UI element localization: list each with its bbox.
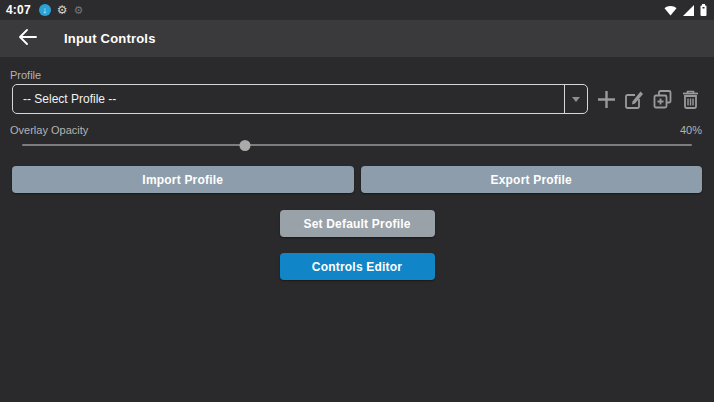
chevron-down-icon	[572, 97, 580, 102]
trash-icon	[682, 90, 699, 109]
edit-pencil-icon	[625, 90, 644, 109]
copy-plus-icon	[653, 90, 672, 109]
set-default-row: Set Default Profile	[12, 210, 702, 237]
export-profile-button[interactable]: Export Profile	[361, 166, 703, 193]
add-profile-button[interactable]	[595, 88, 618, 111]
profile-select[interactable]: -- Select Profile --	[12, 84, 588, 114]
profile-actions	[595, 88, 702, 111]
overlay-opacity-label: Overlay Opacity	[10, 124, 88, 136]
screen: 4:07 ↓ ⚙ ⚙ Input Controls Profile -- Sel…	[0, 0, 714, 402]
profile-row: -- Select Profile --	[12, 84, 702, 114]
back-button[interactable]	[16, 27, 40, 51]
dropdown-arrow-button[interactable]	[564, 85, 587, 113]
battery-icon	[700, 4, 707, 17]
content: Profile -- Select Profile --	[0, 57, 714, 280]
controls-editor-row: Controls Editor	[12, 253, 702, 280]
opacity-row: Overlay Opacity 40%	[10, 124, 702, 136]
gear-icon: ⚙	[57, 4, 68, 17]
delete-profile-button[interactable]	[679, 88, 702, 111]
app-notification-icon: ⚙	[74, 4, 84, 17]
profile-select-value: -- Select Profile --	[13, 85, 564, 113]
overlay-opacity-value: 40%	[680, 124, 702, 136]
set-default-profile-button[interactable]: Set Default Profile	[280, 210, 435, 237]
overlay-opacity-slider[interactable]	[22, 138, 692, 152]
wifi-icon	[664, 4, 677, 17]
controls-editor-button[interactable]: Controls Editor	[280, 253, 435, 280]
import-export-row: Import Profile Export Profile	[12, 166, 702, 193]
plus-icon	[597, 90, 616, 109]
duplicate-profile-button[interactable]	[651, 88, 674, 111]
edit-profile-button[interactable]	[623, 88, 646, 111]
page-title: Input Controls	[64, 31, 156, 46]
app-bar: Input Controls	[0, 20, 714, 57]
cellular-signal-icon	[683, 4, 694, 17]
status-bar: 4:07 ↓ ⚙ ⚙	[0, 0, 714, 20]
arrow-left-icon	[19, 29, 37, 49]
slider-thumb[interactable]	[240, 140, 251, 151]
profile-label: Profile	[10, 69, 702, 81]
slider-track[interactable]	[22, 144, 692, 146]
download-icon: ↓	[39, 4, 51, 17]
status-time: 4:07	[6, 3, 31, 17]
import-profile-button[interactable]: Import Profile	[12, 166, 354, 193]
